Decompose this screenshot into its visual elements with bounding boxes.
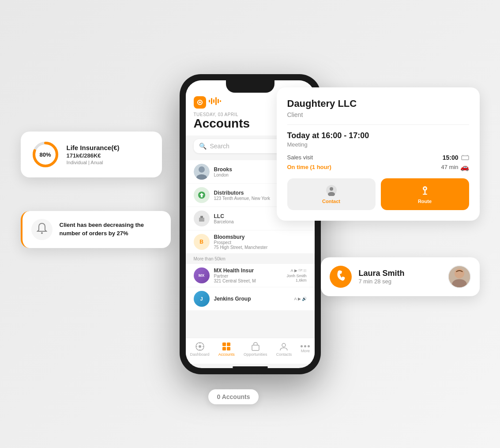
insurance-type: Individual | Anual (67, 160, 151, 165)
svg-rect-30 (227, 347, 230, 350)
insurance-amount: 171k€/286K€ (67, 152, 151, 159)
item-logo: B (194, 234, 210, 250)
item-logo: MX (194, 267, 210, 283)
item-distance: 1,6km (286, 278, 306, 282)
item-contact: A▶🗺⊞ (286, 268, 306, 273)
phone-notch (226, 80, 274, 93)
app-logo (194, 96, 221, 109)
drive-duration: 47 min 🚗 (441, 163, 469, 171)
nav-contacts[interactable]: Contacts (276, 342, 292, 357)
insurance-title: Life Insurance(€) (67, 144, 151, 151)
nav-opportunities-label: Opportunities (244, 352, 267, 357)
nav-dashboard[interactable]: Dashboard (190, 342, 210, 357)
call-card: Laura Smith 7 min 28 seg (321, 257, 480, 296)
item-logo (194, 187, 210, 203)
bell-icon (36, 222, 48, 237)
contact-button-label: Contact (322, 199, 340, 204)
progress-text: 80% (39, 151, 51, 158)
item-logo: J (194, 291, 210, 307)
company-type: Client (287, 111, 469, 125)
detail-row-sales: Sales visit 15:00 (287, 154, 469, 161)
alert-card: Client has been decreasing the number of… (21, 211, 171, 248)
item-name: Bloomsbury (214, 234, 307, 240)
sales-visit-label: Sales visit (287, 154, 313, 161)
nav-more[interactable]: More (301, 345, 310, 353)
accounts-count-badge: 0 Accounts (208, 389, 259, 404)
caller-avatar (448, 265, 471, 288)
item-info: Jenkins Group (214, 296, 290, 302)
logo-icon (194, 96, 206, 109)
call-duration: 7 min 28 seg (359, 278, 441, 285)
item-name: MX Health Insur (214, 267, 282, 274)
svg-rect-3 (211, 98, 212, 104)
svg-point-22 (199, 345, 201, 348)
svg-rect-20 (200, 216, 203, 218)
detail-actions: Contact Route (287, 178, 469, 210)
alert-icon-wrap (31, 219, 53, 240)
svg-rect-19 (199, 218, 204, 222)
svg-rect-31 (252, 345, 259, 350)
sales-visit-time: 15:00 (443, 154, 469, 161)
section-label: More than 50km (186, 254, 315, 264)
list-item[interactable]: MX MX Health Insur Partner 321 Central S… (186, 264, 315, 287)
accounts-count-text: 0 Accounts (217, 393, 250, 400)
svg-rect-6 (218, 99, 219, 103)
call-icon-wrap (330, 266, 352, 288)
item-address: 321 Central Street, M (214, 279, 282, 283)
company-name: Daughtery LLC (287, 98, 469, 109)
detail-card: Daughtery LLC Client Today at 16:00 - 17… (277, 87, 480, 221)
svg-point-1 (199, 102, 201, 103)
progress-circle: 80% (31, 140, 60, 169)
svg-rect-4 (213, 99, 214, 103)
svg-rect-28 (227, 343, 230, 346)
svg-point-32 (282, 343, 286, 347)
svg-point-38 (330, 187, 333, 191)
meeting-type: Meeting (287, 141, 469, 148)
contact-icon (326, 184, 337, 197)
list-item[interactable]: B Bloomsbury Prospect 75 High Street, Ma… (186, 230, 315, 253)
svg-rect-5 (215, 97, 217, 105)
waveform-icon (209, 97, 221, 107)
item-info: MX Health Insur Partner 321 Central Stre… (214, 267, 282, 283)
nav-accounts[interactable]: Accounts (218, 342, 235, 357)
nav-accounts-label: Accounts (218, 352, 235, 357)
item-type: Prospect (214, 240, 307, 245)
list-item[interactable]: J Jenkins Group A▶🔊 (186, 287, 315, 310)
item-contact-name: Jonh Smith (286, 274, 306, 278)
svg-point-16 (199, 166, 205, 173)
bottom-nav: Dashboard Accounts (186, 338, 315, 364)
nav-more-label: More (301, 349, 310, 353)
svg-point-35 (41, 232, 43, 234)
item-logo (194, 211, 210, 226)
svg-rect-27 (222, 343, 226, 346)
contact-button[interactable]: Contact (287, 178, 376, 210)
alert-text: Client has been decreasing the number of… (60, 221, 162, 237)
insurance-card: 80% Life Insurance(€) 171k€/286K€ Indivi… (21, 132, 162, 177)
item-address: 75 High Street, Manchester (214, 245, 307, 250)
route-button-label: Route (418, 199, 432, 204)
search-input[interactable]: Search (210, 143, 229, 150)
call-info: Laura Smith 7 min 28 seg (359, 269, 441, 285)
svg-point-43 (454, 268, 464, 278)
search-bar-icon: 🔍 (199, 143, 207, 150)
nav-contacts-label: Contacts (276, 352, 292, 357)
item-avatar (194, 164, 210, 180)
home-indicator (233, 366, 268, 368)
item-name: Jenkins Group (214, 296, 290, 302)
car-icon: 🚗 (460, 163, 469, 171)
route-button[interactable]: Route (381, 178, 469, 210)
meeting-time: Today at 16:00 - 17:00 (287, 131, 469, 140)
insurance-info: Life Insurance(€) 171k€/286K€ Individual… (67, 144, 151, 165)
ontime-label: On time (1 hour) (287, 164, 331, 170)
detail-row-ontime: On time (1 hour) 47 min 🚗 (287, 163, 469, 171)
svg-rect-36 (462, 156, 469, 160)
svg-rect-7 (220, 100, 221, 102)
svg-rect-29 (222, 347, 226, 350)
svg-point-41 (424, 188, 426, 189)
item-type: Partner (214, 274, 282, 279)
nav-opportunities[interactable]: Opportunities (244, 342, 267, 357)
phone-icon (333, 268, 348, 284)
nav-dashboard-label: Dashboard (190, 352, 210, 357)
item-info: Bloomsbury Prospect 75 High Street, Manc… (214, 234, 307, 250)
route-icon (419, 184, 431, 197)
